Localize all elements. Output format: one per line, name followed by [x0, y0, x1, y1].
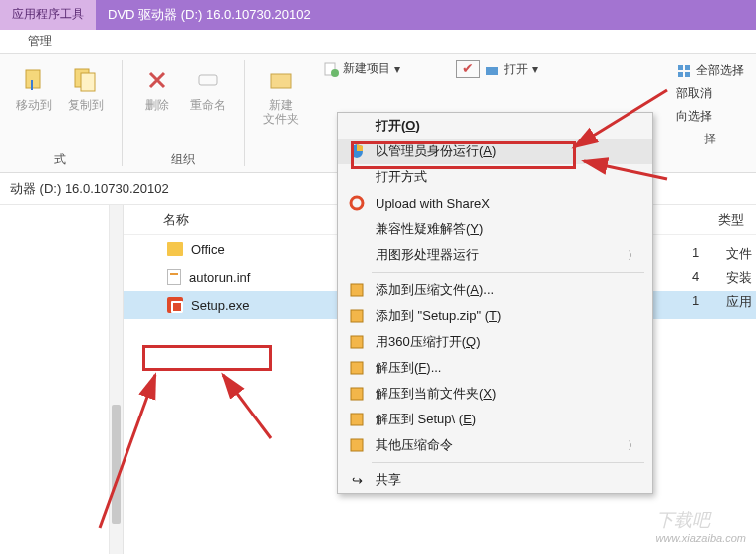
copy-to-icon — [70, 64, 102, 96]
contextual-tab[interactable]: 应用程序工具 — [0, 0, 96, 30]
svg-rect-19 — [351, 439, 363, 451]
ribbon-separator — [244, 60, 245, 166]
archive-icon — [348, 333, 366, 351]
ctx-upload-sharex[interactable]: Upload with ShareX — [338, 190, 652, 216]
ribbon-separator — [122, 60, 123, 166]
file-name: Office — [191, 242, 225, 257]
scroll-thumb[interactable] — [112, 405, 121, 524]
sharex-icon — [348, 194, 366, 212]
file-name: Setup.exe — [191, 298, 250, 313]
ctx-open-360[interactable]: 用360压缩打开(Q) — [338, 329, 652, 355]
rename-button[interactable]: 重命名 — [184, 60, 232, 116]
ctx-extract-folder[interactable]: 解压到 Setup\ (E) — [338, 407, 652, 432]
archive-icon — [348, 307, 366, 325]
svg-rect-8 — [678, 65, 683, 70]
svg-rect-2 — [81, 73, 95, 91]
shield-icon — [348, 142, 366, 160]
exe-file-icon — [167, 297, 183, 313]
open-icon — [484, 61, 500, 77]
archive-icon — [348, 411, 366, 428]
window-title: DVD 驱动器 (D:) 16.0.10730.20102 — [96, 0, 756, 30]
ctx-extract-here[interactable]: 解压到当前文件夹(X) — [338, 381, 652, 407]
select-all-icon — [676, 63, 692, 79]
move-to-button[interactable]: 移动到 — [10, 60, 58, 116]
tree-pane[interactable] — [0, 205, 110, 554]
chevron-right-icon: 〉 — [628, 248, 638, 263]
svg-rect-15 — [351, 336, 363, 348]
title-bar: 应用程序工具 DVD 驱动器 (D:) 16.0.10730.20102 — [0, 0, 756, 30]
separator — [372, 272, 644, 273]
share-icon: ↪ — [348, 471, 366, 489]
svg-rect-10 — [678, 72, 683, 77]
new-folder-button[interactable]: 新建 文件夹 — [257, 60, 305, 131]
svg-point-6 — [331, 69, 339, 77]
ctx-run-as-admin[interactable]: 以管理员身份运行(A) — [338, 138, 652, 164]
deselect-button[interactable]: 部取消 — [672, 83, 748, 104]
check-icon — [456, 60, 480, 78]
column-name[interactable]: 名称 — [124, 211, 323, 229]
ctx-compat-trouble[interactable]: 兼容性疑难解答(Y) — [338, 216, 652, 242]
select-group-label: 择 — [672, 129, 748, 149]
file-name: autorun.inf — [189, 270, 250, 285]
open-dropdown[interactable]: 打开 ▾ — [448, 54, 546, 78]
archive-icon — [348, 385, 366, 403]
ctx-open-with[interactable]: 打开方式 — [338, 164, 652, 190]
ctx-extract-to[interactable]: 解压到(F)... — [338, 355, 652, 381]
svg-rect-13 — [351, 284, 363, 296]
column-type[interactable]: 类型 — [718, 211, 744, 229]
delete-button[interactable]: 删除 — [134, 60, 180, 116]
svg-rect-11 — [685, 72, 690, 77]
archive-icon — [348, 281, 366, 299]
chevron-right-icon: 〉 — [628, 438, 638, 453]
ctx-other-zip[interactable]: 其他压缩命令〉 — [338, 432, 652, 458]
svg-rect-16 — [351, 362, 363, 374]
svg-point-12 — [351, 197, 363, 209]
new-folder-icon — [265, 64, 297, 96]
svg-rect-17 — [351, 388, 363, 400]
inf-file-icon — [167, 269, 181, 285]
archive-icon — [348, 436, 366, 454]
svg-rect-4 — [271, 74, 291, 88]
separator — [372, 462, 644, 463]
svg-rect-3 — [199, 75, 217, 85]
group-label-left: 式 — [54, 149, 66, 170]
move-to-icon — [18, 64, 50, 96]
svg-rect-18 — [351, 414, 363, 425]
ctx-open[interactable]: 打开(O) — [338, 113, 652, 138]
copy-to-button[interactable]: 复制到 — [62, 60, 110, 116]
scrollbar[interactable] — [110, 205, 124, 554]
folder-icon — [167, 242, 183, 256]
archive-icon — [348, 359, 366, 377]
watermark: 下载吧 www.xiazaiba.com — [656, 508, 746, 544]
new-item-dropdown[interactable]: 新建项目 ▾ — [315, 54, 408, 77]
svg-rect-9 — [685, 65, 690, 70]
rename-icon — [192, 64, 224, 96]
delete-icon — [141, 64, 173, 96]
ctx-run-gfx[interactable]: 用图形处理器运行〉 — [338, 242, 652, 268]
ctx-add-zip[interactable]: 添加到 "Setup.zip" (T) — [338, 303, 652, 329]
svg-rect-14 — [351, 310, 363, 322]
ctx-add-archive[interactable]: 添加到压缩文件(A)... — [338, 277, 652, 303]
new-item-icon — [323, 61, 339, 77]
invert-selection-button[interactable]: 向选择 — [672, 106, 748, 127]
context-menu: 打开(O) 以管理员身份运行(A) 打开方式 Upload with Share… — [337, 112, 653, 494]
svg-rect-7 — [486, 67, 498, 75]
select-all-button[interactable]: 全部选择 — [672, 60, 748, 81]
group-label-organize: 组织 — [171, 149, 195, 170]
ctx-share[interactable]: ↪共享 — [338, 467, 652, 493]
ribbon-tab-manage[interactable]: 管理 — [0, 30, 756, 54]
